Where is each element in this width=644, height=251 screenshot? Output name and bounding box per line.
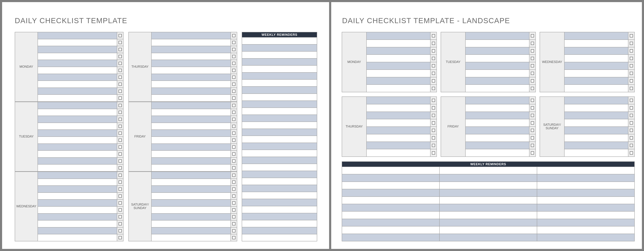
checkbox-icon[interactable]: [531, 99, 534, 102]
reminder-row[interactable]: [242, 129, 317, 136]
checklist-row[interactable]: [466, 40, 536, 47]
checkbox-icon[interactable]: [232, 174, 236, 177]
checklist-row[interactable]: [38, 116, 123, 123]
checklist-row[interactable]: [152, 164, 237, 171]
checkbox-icon[interactable]: [630, 151, 633, 154]
checkbox-icon[interactable]: [531, 106, 534, 110]
checkbox-icon[interactable]: [118, 166, 122, 170]
checkbox-icon[interactable]: [232, 62, 236, 65]
checklist-row[interactable]: [152, 74, 237, 81]
reminder-row[interactable]: [242, 115, 317, 122]
checkbox-icon[interactable]: [630, 79, 633, 82]
checklist-row[interactable]: [152, 109, 237, 116]
checklist-row[interactable]: [152, 102, 237, 109]
checklist-row[interactable]: [152, 123, 237, 130]
checklist-row[interactable]: [466, 32, 536, 40]
checkbox-icon[interactable]: [118, 194, 122, 198]
checkbox-icon[interactable]: [232, 90, 236, 93]
reminder-row[interactable]: [242, 178, 317, 185]
checklist-row[interactable]: [38, 130, 123, 137]
checklist-row[interactable]: [564, 142, 634, 150]
checkbox-icon[interactable]: [630, 57, 633, 60]
checkbox-icon[interactable]: [118, 146, 122, 148]
checklist-row[interactable]: [564, 55, 634, 62]
checkbox-icon[interactable]: [531, 122, 534, 124]
checkbox-icon[interactable]: [531, 136, 534, 140]
checklist-row[interactable]: [466, 119, 536, 127]
checkbox-icon[interactable]: [432, 49, 435, 52]
checkbox-icon[interactable]: [232, 180, 236, 184]
checklist-row[interactable]: [367, 97, 436, 104]
checklist-row[interactable]: [367, 62, 436, 70]
checkbox-icon[interactable]: [118, 118, 122, 121]
reminder-row[interactable]: [242, 171, 317, 178]
checklist-row[interactable]: [152, 46, 237, 53]
reminder-row[interactable]: [242, 206, 317, 213]
checkbox-icon[interactable]: [232, 138, 236, 142]
checkbox-icon[interactable]: [232, 69, 236, 72]
checkbox-icon[interactable]: [630, 114, 633, 117]
checklist-row[interactable]: [38, 228, 123, 234]
checklist-row[interactable]: [152, 130, 237, 137]
checklist-row[interactable]: [367, 47, 436, 55]
checklist-row[interactable]: [38, 81, 123, 88]
checkbox-icon[interactable]: [118, 62, 122, 65]
checkbox-icon[interactable]: [232, 166, 236, 170]
checklist-row[interactable]: [564, 40, 634, 47]
checkbox-icon[interactable]: [232, 152, 236, 156]
checklist-row[interactable]: [152, 60, 237, 67]
checkbox-icon[interactable]: [432, 122, 435, 124]
reminder-row[interactable]: [242, 108, 317, 115]
reminder-row[interactable]: [242, 164, 317, 171]
reminder-row[interactable]: [242, 122, 317, 129]
checkbox-icon[interactable]: [531, 87, 534, 90]
checkbox-icon[interactable]: [118, 174, 122, 177]
reminder-row[interactable]: [242, 94, 317, 101]
checklist-row[interactable]: [466, 62, 536, 70]
checkbox-icon[interactable]: [118, 160, 122, 162]
checklist-row[interactable]: [152, 53, 237, 60]
checklist-row[interactable]: [152, 151, 237, 158]
checklist-row[interactable]: [564, 47, 634, 55]
checklist-row[interactable]: [38, 109, 123, 116]
checklist-row[interactable]: [38, 220, 123, 228]
checklist-row[interactable]: [564, 104, 634, 112]
checkbox-icon[interactable]: [118, 41, 122, 44]
checkbox-icon[interactable]: [531, 79, 534, 82]
reminder-row[interactable]: [242, 234, 317, 241]
reminder-row[interactable]: [242, 101, 317, 108]
checklist-row[interactable]: [38, 193, 123, 200]
checkbox-icon[interactable]: [432, 64, 435, 67]
checkbox-icon[interactable]: [232, 201, 236, 204]
checkbox-icon[interactable]: [118, 229, 122, 232]
checkbox-icon[interactable]: [432, 79, 435, 82]
reminder-row[interactable]: [242, 52, 317, 58]
reminder-row[interactable]: [342, 204, 634, 212]
reminder-row[interactable]: [342, 212, 634, 219]
checklist-row[interactable]: [152, 234, 237, 241]
reminder-row[interactable]: [242, 136, 317, 143]
checklist-row[interactable]: [466, 47, 536, 55]
checkbox-icon[interactable]: [118, 222, 122, 226]
checkbox-icon[interactable]: [531, 72, 534, 75]
reminder-row[interactable]: [342, 189, 634, 197]
checkbox-icon[interactable]: [232, 41, 236, 44]
checkbox-icon[interactable]: [118, 82, 122, 86]
checkbox-icon[interactable]: [232, 146, 236, 148]
checklist-row[interactable]: [466, 104, 536, 112]
checkbox-icon[interactable]: [232, 34, 236, 37]
checklist-row[interactable]: [564, 62, 634, 70]
checklist-row[interactable]: [466, 70, 536, 77]
reminder-row[interactable]: [242, 199, 317, 206]
checkbox-icon[interactable]: [232, 82, 236, 86]
reminder-row[interactable]: [242, 66, 317, 72]
checkbox-icon[interactable]: [630, 42, 633, 45]
checkbox-icon[interactable]: [432, 151, 435, 154]
checkbox-icon[interactable]: [432, 34, 435, 37]
checkbox-icon[interactable]: [432, 42, 435, 45]
checkbox-icon[interactable]: [630, 72, 633, 75]
checklist-row[interactable]: [564, 119, 634, 127]
checkbox-icon[interactable]: [531, 129, 534, 132]
checkbox-icon[interactable]: [630, 87, 633, 90]
reminder-row[interactable]: [342, 234, 634, 241]
